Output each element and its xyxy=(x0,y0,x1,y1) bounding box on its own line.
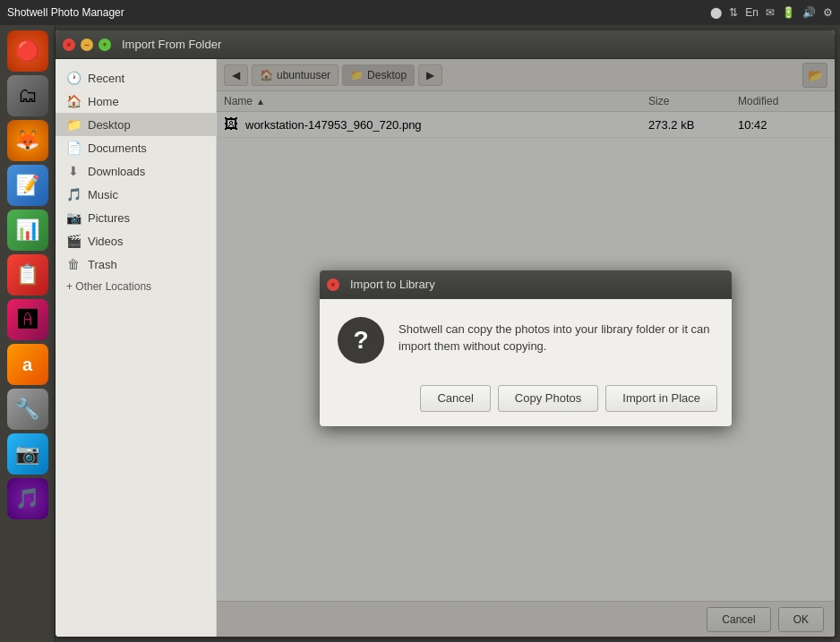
sidebar-label-downloads: Downloads xyxy=(88,165,205,178)
writer-icon[interactable]: 📝 xyxy=(7,165,48,206)
sidebar-label-videos: Videos xyxy=(88,235,205,248)
file-area: ◀ 🏠 ubuntuuser 📁 Desktop ▶ xyxy=(217,59,835,637)
sidebar-item-other-locations[interactable]: + Other Locations xyxy=(56,276,216,297)
sidebar-item-trash[interactable]: 🗑 Trash xyxy=(56,253,216,276)
firefox-icon[interactable]: 🦊 xyxy=(7,120,48,161)
file-manager-window: × – + Import From Folder 🕐 Recent 🏠 Home… xyxy=(56,30,835,637)
desktop-folder-icon: 📁 xyxy=(66,117,81,132)
dialog-title: Import to Library xyxy=(350,278,435,291)
sidebar-label-home: Home xyxy=(88,95,205,108)
music-icon[interactable]: 🎵 xyxy=(7,478,48,519)
sidebar-item-videos[interactable]: 🎬 Videos xyxy=(56,229,216,253)
system-bar-left: Shotwell Photo Manager xyxy=(7,6,124,19)
sidebar-item-downloads[interactable]: ⬇ Downloads xyxy=(56,159,216,183)
modal-overlay: × Import to Library ? Shotwell can copy … xyxy=(217,59,835,637)
dialog-actions: Cancel Copy Photos Import in Place xyxy=(320,378,732,426)
system-tools-icon[interactable]: 🔧 xyxy=(7,389,48,430)
sidebar-label-other: + Other Locations xyxy=(66,280,205,293)
trash-icon: 🗑 xyxy=(66,257,81,271)
sidebar-label-trash: Trash xyxy=(88,258,205,271)
dialog-import-in-place-button[interactable]: Import in Place xyxy=(605,385,717,412)
sidebar-item-recent[interactable]: 🕐 Recent xyxy=(56,66,216,90)
sidebar-label-recent: Recent xyxy=(88,72,205,85)
settings-icon[interactable]: ⚙ xyxy=(823,6,833,19)
volume-icon: 🔊 xyxy=(802,6,816,19)
sidebar: 🕐 Recent 🏠 Home 📁 Desktop 📄 Documents ⬇ xyxy=(56,59,217,637)
sidebar-item-desktop[interactable]: 📁 Desktop xyxy=(56,113,216,136)
app-title: Shotwell Photo Manager xyxy=(7,6,124,19)
sidebar-label-desktop: Desktop xyxy=(88,118,205,132)
dialog-titlebar: × Import to Library xyxy=(320,270,732,299)
main-area: 🔴 🗂 🦊 📝 📊 📋 🅰 a 🔧 📷 🎵 × – + Import From … xyxy=(0,25,840,642)
sidebar-label-pictures: Pictures xyxy=(88,211,205,225)
dialog-copy-photos-button[interactable]: Copy Photos xyxy=(498,385,598,412)
sidebar-item-documents[interactable]: 📄 Documents xyxy=(56,136,216,159)
system-bar: Shotwell Photo Manager ⬤ ⇅ En ✉ 🔋 🔊 ⚙ xyxy=(0,0,840,25)
amazon-icon[interactable]: a xyxy=(7,344,48,385)
window-minimize-button[interactable]: – xyxy=(81,39,93,51)
lang-icon: En xyxy=(745,6,759,19)
sync-icon: ⇅ xyxy=(729,6,738,19)
window-maximize-button[interactable]: + xyxy=(99,39,111,51)
question-mark-icon: ? xyxy=(353,326,368,355)
music-folder-icon: 🎵 xyxy=(66,187,81,201)
import-dialog: × Import to Library ? Shotwell can copy … xyxy=(320,270,732,426)
sidebar-label-music: Music xyxy=(88,188,205,201)
store-icon[interactable]: 🅰 xyxy=(7,299,48,340)
sidebar-item-music[interactable]: 🎵 Music xyxy=(56,183,216,206)
dock: 🔴 🗂 🦊 📝 📊 📋 🅰 a 🔧 📷 🎵 xyxy=(0,25,56,642)
photos-icon[interactable]: 📷 xyxy=(7,433,48,475)
dialog-body: ? Shotwell can copy the photos into your… xyxy=(320,299,732,378)
battery-icon: 🔋 xyxy=(782,6,795,19)
dialog-question-icon: ? xyxy=(338,317,384,364)
files-icon[interactable]: 🗂 xyxy=(7,75,48,116)
impress-icon[interactable]: 📋 xyxy=(7,254,48,295)
documents-icon: 📄 xyxy=(66,141,81,155)
sidebar-label-documents: Documents xyxy=(88,141,205,155)
system-bar-right: ⬤ ⇅ En ✉ 🔋 🔊 ⚙ xyxy=(710,6,833,19)
mail-icon: ✉ xyxy=(766,6,775,19)
window-title: Import From Folder xyxy=(122,38,221,51)
dialog-message: Shotwell can copy the photos into your l… xyxy=(399,317,714,355)
window-content: 🕐 Recent 🏠 Home 📁 Desktop 📄 Documents ⬇ xyxy=(56,59,835,637)
sidebar-item-home[interactable]: 🏠 Home xyxy=(56,90,216,113)
videos-icon: 🎬 xyxy=(66,234,81,248)
calc-icon[interactable]: 📊 xyxy=(7,210,48,251)
dialog-close-button[interactable]: × xyxy=(327,278,339,291)
window-close-button[interactable]: × xyxy=(63,39,75,51)
sidebar-item-pictures[interactable]: 📷 Pictures xyxy=(56,206,216,229)
pictures-icon: 📷 xyxy=(66,210,81,225)
recent-icon: 🕐 xyxy=(66,71,81,85)
ubuntu-icon[interactable]: 🔴 xyxy=(7,30,48,72)
home-icon: 🏠 xyxy=(66,94,81,108)
network-icon: ⬤ xyxy=(710,6,722,19)
window-titlebar: × – + Import From Folder xyxy=(56,30,835,59)
dialog-cancel-button[interactable]: Cancel xyxy=(420,385,490,412)
downloads-icon: ⬇ xyxy=(66,164,81,178)
